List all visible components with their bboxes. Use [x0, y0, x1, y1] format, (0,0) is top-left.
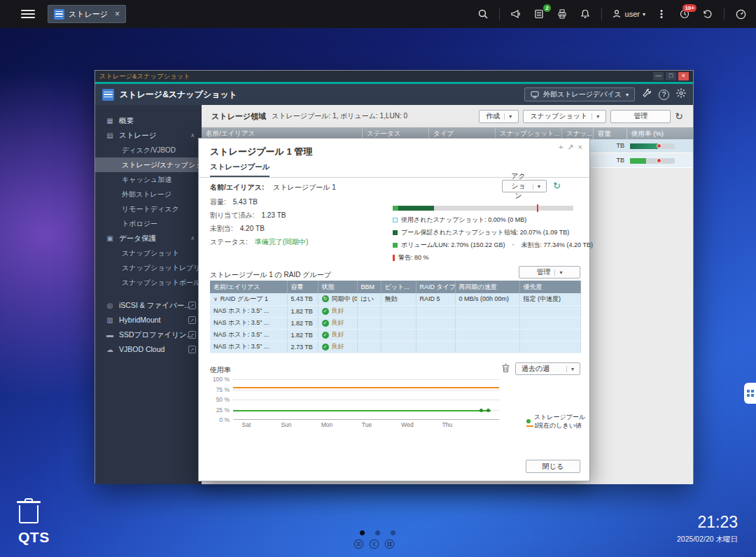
sidebar-label: リモートディスク — [122, 205, 179, 213]
sidebar-item-snapshot[interactable]: スナップショット — [95, 246, 202, 260]
empty-cell — [455, 305, 519, 317]
disk-capacity: 1.82 TB — [287, 305, 318, 317]
desktop-page-dot-3[interactable] — [391, 530, 396, 535]
desktop-page-dot-2[interactable] — [375, 530, 380, 535]
disk-status: 良好 — [332, 342, 344, 351]
create-label: 作成 — [486, 111, 500, 121]
series-point — [486, 409, 490, 412]
action-button[interactable]: アクション ▾ — [502, 180, 547, 192]
pool-name-value: ストレージプール 1 — [273, 183, 336, 191]
section-title: ストレージ領域 — [211, 111, 266, 122]
close-window-button[interactable]: × — [678, 72, 689, 80]
disk-status-cell: ✓良好 — [318, 305, 357, 317]
tab-close-icon[interactable]: × — [115, 9, 120, 19]
side-panel-handle[interactable] — [744, 383, 756, 404]
dialog-refresh-icon[interactable]: ↻ — [553, 181, 561, 191]
chevron-up-icon[interactable]: ∧ — [190, 231, 195, 246]
y-tick: 50 % — [210, 396, 230, 403]
clear-history-trash-icon[interactable] — [501, 363, 510, 376]
search-icon[interactable] — [476, 7, 490, 21]
sidebar-item-storage[interactable]: ▤ストレージ∧ — [95, 128, 202, 143]
disk-name: NAS ホスト: 3.5" ... — [210, 341, 287, 353]
notifications-bell-icon[interactable] — [578, 7, 592, 21]
chevron-up-icon[interactable]: ∧ — [190, 128, 195, 143]
minimize-button[interactable]: — — [653, 72, 664, 80]
status-field: ステータス:準備完了(同期中) — [210, 237, 308, 247]
y-tick: 0 % — [210, 416, 230, 423]
sidebar-item-snapshot-vault[interactable]: スナップショットボールト — [95, 275, 202, 290]
sidebar-item-vjbod-cloud[interactable]: ☁VJBOD Cloud↗ — [95, 342, 202, 357]
sidebar-item-ssd-profiling[interactable]: ▬SSDプロファイリン...↗ — [95, 327, 202, 342]
close-dialog-icon[interactable]: × — [578, 143, 582, 152]
sidebar-item-cache-acceleration[interactable]: キャッシュ加速 — [95, 172, 202, 187]
dashboard-icon[interactable] — [734, 7, 748, 21]
desktop-clock[interactable]: 21:23 — [697, 513, 738, 532]
main-menu-icon[interactable] — [21, 8, 35, 20]
storage-icon: ▤ — [105, 128, 115, 143]
storage-app-icon — [54, 9, 64, 20]
close-dialog-button[interactable]: 閉じる — [526, 460, 580, 473]
disk-row[interactable]: NAS ホスト: 3.5" ... 1.82 TB ✓良好 — [210, 305, 580, 317]
sidebar-item-hybridmount[interactable]: ▥HybridMount↗ — [95, 313, 202, 327]
raid-group-row[interactable]: ∨RAID グループ 1 5.43 TB ↻同期中 (0... はい 無効 RA… — [210, 293, 580, 305]
maximize-button[interactable]: □ — [666, 72, 676, 80]
raid-manage-label: 管理 — [536, 267, 550, 277]
printer-icon[interactable] — [555, 7, 569, 21]
snapshot-button[interactable]: スナップショット▾ — [523, 110, 606, 123]
raid-manage-button[interactable]: 管理 ▾ — [519, 266, 580, 278]
sidebar-item-data-protection[interactable]: ▣データ保護∧ — [95, 231, 202, 246]
tab-storage-pool[interactable]: ストレージプール — [210, 162, 270, 178]
empty-cell — [381, 317, 416, 329]
legend-volume-lun: ボリューム/LUN: 2.70% (150.22 GB)・未割当: 77.34%… — [393, 241, 593, 250]
sidebar-item-external-storage[interactable]: 外部ストレージ — [95, 187, 202, 202]
manage-button[interactable]: 管理 — [610, 110, 671, 123]
announcement-icon[interactable] — [509, 7, 523, 21]
external-storage-device-button[interactable]: 外部ストレージデバイス ▾ — [524, 87, 635, 101]
external-storage-label: 外部ストレージデバイス — [543, 90, 622, 99]
create-button[interactable]: 作成▾ — [479, 110, 519, 123]
popout-icon[interactable]: ↗ — [567, 143, 573, 152]
sidebar-item-storage-snapshots[interactable]: ストレージ/スナップショ... — [95, 157, 202, 172]
threshold-marker-icon[interactable] — [657, 158, 662, 163]
diagnostic-tool-icon[interactable] — [642, 88, 652, 101]
chevron-down-icon[interactable]: ∨ — [214, 296, 218, 302]
sidebar-item-iscsi-fibre[interactable]: ◎iSCSI & ファイバー...↗ — [95, 298, 202, 313]
show-desktop-grid-icon[interactable] — [384, 539, 395, 549]
recent-apps-icon[interactable] — [701, 7, 715, 21]
sidebar-item-disks-vjbod[interactable]: ディスク/VJBOD — [95, 143, 202, 157]
capacity-field: 容量:5.43 TB — [210, 197, 258, 207]
desktop-page-dot-1[interactable] — [360, 530, 365, 535]
sidebar-item-topology[interactable]: トポロジー — [95, 216, 202, 231]
check-icon: ✓ — [322, 344, 329, 351]
app-list-icon[interactable] — [354, 539, 364, 549]
sidebar-item-overview[interactable]: ▦概要 — [95, 113, 202, 128]
user-menu[interactable]: user ▾ — [611, 8, 645, 20]
threshold-marker-icon[interactable] — [657, 143, 662, 148]
sidebar-label: スナップショットボールト — [122, 278, 202, 286]
disk-row[interactable]: NAS ホスト: 3.5" ... 1.82 TB ✓良好 — [210, 329, 580, 341]
switch-desktop-icon[interactable] — [369, 539, 379, 549]
more-options-icon[interactable] — [654, 7, 668, 21]
app-header: ストレージ&スナップショット 外部ストレージデバイス ▾ ? — [95, 84, 693, 105]
taskbar-tab-storage[interactable]: ストレージ × — [48, 5, 126, 23]
raid-capacity: 5.43 TB — [287, 293, 318, 305]
empty-cell — [381, 329, 416, 341]
settings-gear-icon[interactable] — [676, 88, 686, 101]
help-icon[interactable]: ? — [659, 90, 669, 100]
allocated-field: 割り当て済み:1.23 TB — [210, 211, 286, 220]
period-select[interactable]: 過去の週 ▾ — [515, 362, 580, 375]
sidebar-label: キャッシュ加速 — [122, 176, 172, 183]
collapse-icon[interactable]: + — [559, 143, 563, 152]
disk-row[interactable]: NAS ホスト: 3.5" ... 2.73 TB ✓良好 — [210, 341, 580, 353]
empty-cell — [519, 329, 580, 341]
background-tasks-icon[interactable]: 2 — [532, 7, 546, 21]
recycle-bin-icon[interactable] — [17, 498, 41, 525]
window-titlebar[interactable]: ストレージ&スナップショット — □ × — [95, 71, 693, 82]
empty-cell — [519, 341, 580, 353]
event-notifications-icon[interactable]: 10+ — [678, 7, 692, 21]
sidebar-item-snapshot-replica[interactable]: スナップショットレプリカ — [95, 260, 202, 275]
disk-row[interactable]: NAS ホスト: 3.5" ... 1.82 TB ✓良好 — [210, 317, 580, 329]
sidebar-item-remote-disk[interactable]: リモートディスク — [95, 202, 202, 216]
refresh-icon[interactable]: ↻ — [675, 111, 683, 121]
empty-cell — [357, 305, 381, 317]
